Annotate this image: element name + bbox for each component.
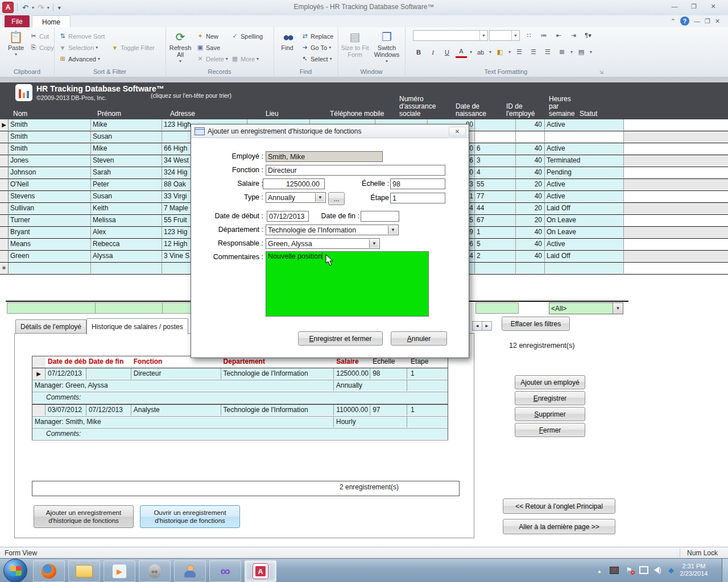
decrease-indent-icon[interactable]: ⇤ <box>553 31 564 40</box>
cell-nom[interactable]: Jones <box>9 155 91 166</box>
cell-id[interactable]: 4 <box>475 167 516 178</box>
copy-button[interactable]: ⎘Copy <box>30 42 54 53</box>
departement-combo[interactable]: Technologie de l'Information▼ <box>266 225 399 235</box>
close-form-button[interactable]: Fermer <box>515 423 585 437</box>
cell-heures[interactable]: 40 <box>516 155 545 166</box>
underline-icon[interactable]: U <box>441 47 453 57</box>
collapse-ribbon-icon[interactable]: ⌃ <box>671 18 676 25</box>
cell-nom[interactable]: Smith <box>9 119 91 130</box>
fonction-field[interactable]: Directeur <box>266 165 445 176</box>
nav-previous-icon[interactable]: ◄ <box>472 321 482 331</box>
tray-dropbox-icon[interactable]: ⬥✓ <box>667 566 676 575</box>
cell-statut[interactable]: Active <box>545 143 624 154</box>
cell-nom[interactable]: Sullivan <box>9 203 91 214</box>
taskbar-explorer-icon[interactable] <box>68 560 100 582</box>
history-col-header[interactable]: Departement <box>221 356 334 368</box>
col-header-id[interactable]: ID de l'employé <box>503 103 547 119</box>
cell-statut[interactable]: Pending <box>545 167 624 178</box>
refresh-all-button[interactable]: ⟳ Refresh All▾ <box>168 30 193 67</box>
cell-id[interactable] <box>475 119 516 130</box>
remove-sort-button[interactable]: ⇅Remove Sort <box>59 31 105 41</box>
col-header-lieu[interactable]: Lieu <box>255 110 328 119</box>
cell-prenom[interactable]: Sarah <box>91 167 162 178</box>
tray-network-icon[interactable] <box>639 566 648 575</box>
cell-empty[interactable] <box>516 263 545 273</box>
row-selector[interactable] <box>0 167 9 178</box>
cell-statut[interactable]: Laid Off <box>545 251 624 261</box>
col-header-telephone[interactable]: Téléphone mobile <box>328 110 395 119</box>
cell-echelle[interactable]: 97 <box>370 405 407 415</box>
col-header-nom[interactable]: Nom <box>9 110 96 119</box>
cell-id[interactable]: 67 <box>475 215 516 226</box>
cell-prenom[interactable]: Keith <box>91 203 162 214</box>
find-button[interactable]: ●● Find <box>275 30 300 67</box>
cell-heures[interactable]: 20 <box>516 179 545 190</box>
cell-id[interactable]: 6 <box>475 143 516 154</box>
cut-button[interactable]: ✂Cut <box>30 31 49 41</box>
cell-prenom[interactable]: Alyssa <box>91 251 162 261</box>
tray-action-center-icon[interactable]: ⚑✕ <box>624 566 634 575</box>
cell-statut[interactable]: Terminated <box>545 155 624 166</box>
cell-statut[interactable] <box>545 131 624 142</box>
cell-date-debut[interactable]: 07/12/2013 <box>46 368 86 379</box>
col-header-heures[interactable]: Heures par semaine <box>547 95 578 119</box>
taskbar-contact-app-icon[interactable] <box>174 560 206 582</box>
chevron-down-icon[interactable]: ▼ <box>315 193 325 202</box>
cell-departement[interactable]: Technologie de l'Information <box>221 368 334 379</box>
add-employee-button[interactable]: Ajouter un employé <box>515 375 585 389</box>
tab-home[interactable]: Home <box>32 15 71 28</box>
type-combo[interactable]: Annually▼ <box>266 192 326 203</box>
replace-button[interactable]: ⇄Replace <box>301 31 333 41</box>
history-col-header[interactable]: Etape <box>407 356 448 368</box>
bullets-icon[interactable]: ∷ <box>523 31 535 40</box>
taskbar-visual-studio-icon[interactable]: ∞ <box>209 560 241 582</box>
commentaires-field[interactable]: Nouvelle position <box>266 251 429 317</box>
dialog-title-bar[interactable]: Ajouter un enregistrement d'historique d… <box>191 124 469 138</box>
tray-display-error-icon[interactable]: ✕ <box>610 566 619 575</box>
paste-button[interactable]: 📋 Paste▾ <box>3 30 28 67</box>
font-color-icon[interactable]: A <box>456 47 467 58</box>
open-history-record-button[interactable]: Ouvrir un enregistrement d'historique de… <box>140 505 240 528</box>
help-icon[interactable]: ? <box>680 16 689 26</box>
align-left-icon[interactable]: ☰ <box>514 47 525 57</box>
cell-id[interactable]: 44 <box>475 203 516 214</box>
row-selector[interactable] <box>0 227 9 238</box>
nav-next-icon[interactable]: ► <box>482 321 492 331</box>
chevron-down-icon[interactable]: ▼ <box>369 239 379 248</box>
new-record-icon[interactable]: ✳ <box>0 263 9 273</box>
chevron-down-icon[interactable]: ▼ <box>388 226 398 234</box>
cell-prenom[interactable]: Mike <box>91 143 162 154</box>
doc-close-icon[interactable]: ✕ <box>715 18 720 25</box>
save-button[interactable]: Enregistrer <box>515 391 585 405</box>
goto-button[interactable]: ➜Go To▾ <box>301 42 331 53</box>
taskbar-robot-app-icon[interactable]: oo <box>139 560 171 582</box>
more-button[interactable]: ▦More▾ <box>231 53 259 64</box>
col-header-prenom[interactable]: Prénom <box>96 110 168 119</box>
cell-nom[interactable]: Green <box>9 251 91 261</box>
bold-icon[interactable]: B <box>413 47 424 57</box>
etape-field[interactable]: 1 <box>390 193 445 203</box>
tray-expand-icon[interactable]: ▲ <box>595 567 604 576</box>
history-col-header[interactable]: Salaire <box>334 356 370 368</box>
responsable-combo[interactable]: Green, Alyssa▼ <box>266 238 380 249</box>
cell-prenom[interactable]: Melissa <box>91 215 162 226</box>
tab-historique-salaires[interactable]: Historique de salaires / postes <box>86 318 188 335</box>
salaire-field[interactable]: 125000.00 <box>263 178 325 189</box>
cell-id[interactable]: 1 <box>475 227 516 238</box>
align-right-icon[interactable]: ☰ <box>542 47 553 57</box>
cell-id[interactable]: 2 <box>475 251 516 261</box>
cell-fonction[interactable]: Analyste <box>131 405 221 415</box>
close-button[interactable]: ✕ <box>705 2 721 11</box>
filter-cell[interactable] <box>7 302 96 314</box>
cell-prenom[interactable]: Alex <box>91 227 162 238</box>
history-col-header[interactable]: Echelle <box>370 356 407 368</box>
tab-details-employe[interactable]: Détails de l'employé <box>15 319 86 334</box>
cell-fonction[interactable]: Directeur <box>131 368 221 379</box>
select-button[interactable]: ↖Select▾ <box>301 53 332 64</box>
cell-departement[interactable]: Technologie de l'Information <box>221 405 334 415</box>
history-col-header[interactable]: Date de début <box>46 356 86 368</box>
cell-nom[interactable]: Smith <box>9 143 91 154</box>
font-family-combo[interactable]: ▼ <box>413 30 488 41</box>
spelling-button[interactable]: ✓Spelling <box>231 31 263 41</box>
clock[interactable]: 2:31 PM2/23/2014 <box>676 563 712 577</box>
